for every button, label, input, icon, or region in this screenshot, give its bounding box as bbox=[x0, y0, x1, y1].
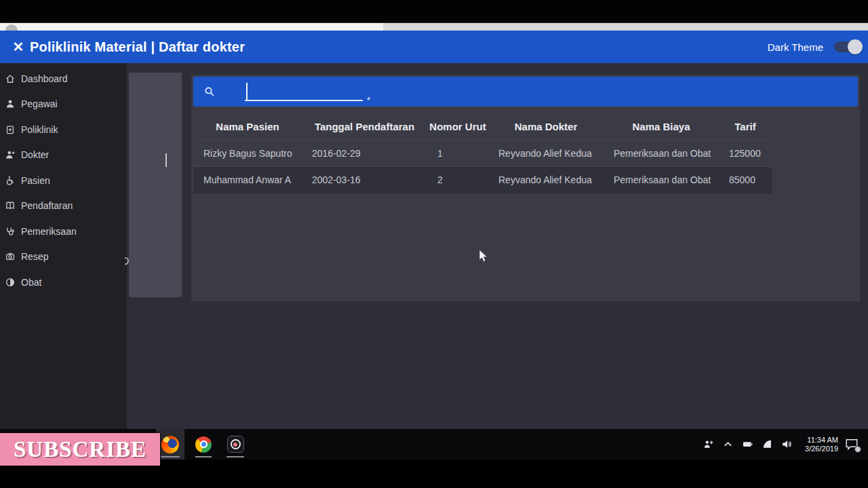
sidebar-item-label: Dashboard bbox=[21, 73, 68, 84]
browser-window-edge bbox=[0, 22, 868, 31]
search-bar: * bbox=[193, 77, 858, 107]
sidebar-item-label: Poliklinik bbox=[21, 124, 58, 135]
sidebar-item-pegawai[interactable]: Pegawai bbox=[0, 92, 127, 117]
sidebar-item-pasien[interactable]: Pasien bbox=[0, 168, 127, 193]
prescription-icon bbox=[5, 252, 15, 261]
doctor-icon bbox=[5, 150, 15, 159]
clinic-icon bbox=[5, 125, 15, 134]
cell-nama-pasien: Muhammad Anwar A bbox=[193, 166, 302, 193]
toggle-thumb-icon bbox=[848, 39, 863, 54]
sidebar-item-dashboard[interactable]: Dashboard bbox=[0, 66, 127, 92]
dark-theme-label: Dark Theme bbox=[768, 41, 823, 53]
partial-glyph bbox=[124, 256, 131, 265]
search-input[interactable]: * bbox=[215, 77, 858, 107]
app-open-indicator bbox=[226, 456, 244, 457]
medicine-icon bbox=[5, 278, 15, 287]
screen-recorder-icon bbox=[227, 436, 244, 453]
search-icon bbox=[204, 86, 215, 97]
cell-tarif: 125000 bbox=[719, 140, 772, 166]
cell-nomor-urut: 1 bbox=[427, 140, 488, 166]
header-right: Dark Theme bbox=[768, 41, 861, 53]
sidebar-item-dokter[interactable]: Dokter bbox=[0, 143, 127, 168]
sidebar-item-label: Pegawai bbox=[21, 98, 58, 109]
chrome-icon bbox=[195, 436, 212, 453]
drawer-panel bbox=[129, 73, 182, 297]
content-card: * Nama Pasien Tanggal Pendaftaran Nomor … bbox=[191, 75, 860, 301]
people-icon[interactable] bbox=[703, 439, 713, 449]
letterbox-top bbox=[0, 0, 868, 22]
battery-icon[interactable] bbox=[743, 439, 753, 449]
close-icon[interactable]: ✕ bbox=[7, 31, 30, 63]
taskbar-recorder-button[interactable] bbox=[221, 429, 250, 459]
notification-badge bbox=[854, 446, 861, 453]
dark-theme-toggle[interactable] bbox=[834, 41, 861, 52]
clock-time: 11:34 AM bbox=[805, 436, 838, 445]
column-header-nomor-urut: Nomor Urut bbox=[427, 114, 488, 140]
app-open-indicator bbox=[195, 456, 212, 457]
sidebar-item-label: Pendaftaran bbox=[21, 200, 73, 211]
sidebar-item-label: Pasien bbox=[21, 175, 50, 186]
input-caret bbox=[246, 83, 248, 100]
chevron-up-icon[interactable] bbox=[723, 439, 733, 449]
cell-nama-dokter: Reyvando Alief Kedua bbox=[488, 140, 604, 166]
sidebar-item-label: Obat bbox=[21, 277, 41, 288]
patient-icon bbox=[5, 176, 15, 185]
book-icon bbox=[5, 201, 15, 210]
subscribe-text: SUBSCRIBE bbox=[14, 437, 146, 462]
cell-tanggal-pendaftaran: 2002-03-16 bbox=[302, 166, 427, 193]
cell-tarif: 85000 bbox=[719, 166, 772, 193]
required-marker: * bbox=[367, 95, 370, 105]
cell-nama-biaya: Pemeriksaan dan Obat bbox=[604, 140, 719, 166]
table-row[interactable]: Rizky Bagus Saputro 2016-02-29 1 Reyvand… bbox=[193, 140, 772, 166]
sidebar-item-pendaftaran[interactable]: Pendaftaran bbox=[0, 193, 127, 219]
clock-date: 3/26/2019 bbox=[805, 445, 838, 453]
home-icon bbox=[5, 74, 15, 83]
registration-table: Nama Pasien Tanggal Pendaftaran Nomor Ur… bbox=[193, 114, 772, 193]
firefox-icon bbox=[161, 436, 179, 453]
column-header-tanggal-pendaftaran: Tanggal Pendaftaran bbox=[302, 114, 427, 140]
system-tray: 11:34 AM 3/26/2019 bbox=[698, 429, 868, 459]
app-body: Dashboard Pegawai Poliklinik Dokter Pasi… bbox=[0, 63, 868, 429]
sidebar-item-obat[interactable]: Obat bbox=[0, 269, 127, 295]
person-icon bbox=[5, 99, 15, 109]
page-title: Poliklinik Material | Daftar dokter bbox=[30, 39, 245, 55]
column-header-nama-dokter: Nama Dokter bbox=[488, 114, 604, 140]
table-header-row: Nama Pasien Tanggal Pendaftaran Nomor Ur… bbox=[193, 114, 772, 140]
screen: ✕ Poliklinik Material | Daftar dokter Da… bbox=[0, 0, 868, 488]
text-caret bbox=[165, 153, 167, 167]
table-row[interactable]: Muhammad Anwar A 2002-03-16 2 Reyvando A… bbox=[193, 166, 772, 193]
taskbar-apps bbox=[156, 429, 250, 459]
sidebar-item-label: Dokter bbox=[21, 149, 49, 160]
sidebar-item-poliklinik[interactable]: Poliklinik bbox=[0, 117, 127, 143]
network-icon[interactable] bbox=[762, 439, 772, 449]
sidebar-item-label: Resep bbox=[21, 251, 48, 262]
taskbar-firefox-button[interactable] bbox=[156, 429, 184, 459]
sidebar-item-label: Pemeriksaan bbox=[21, 226, 77, 237]
subscribe-watermark: SUBSCRIBE bbox=[0, 433, 160, 466]
column-header-tarif: Tarif bbox=[719, 114, 772, 140]
cell-nama-dokter: Reyvando Alief Kedua bbox=[488, 166, 604, 193]
input-underline bbox=[245, 100, 363, 101]
column-header-nama-pasien: Nama Pasien bbox=[193, 114, 302, 140]
app-open-indicator bbox=[161, 456, 180, 457]
cell-nomor-urut: 2 bbox=[427, 166, 488, 193]
sidebar-item-pemeriksaan[interactable]: Pemeriksaan bbox=[0, 219, 127, 244]
cell-nama-biaya: Pemeriksaan dan Obat bbox=[604, 166, 719, 193]
column-header-nama-biaya: Nama Biaya bbox=[604, 114, 719, 140]
cell-tanggal-pendaftaran: 2016-02-29 bbox=[302, 140, 427, 166]
sidebar: Dashboard Pegawai Poliklinik Dokter Pasi… bbox=[0, 63, 127, 429]
taskbar-clock[interactable]: 11:34 AM 3/26/2019 bbox=[805, 436, 838, 453]
cell-nama-pasien: Rizky Bagus Saputro bbox=[193, 140, 302, 166]
stethoscope-icon bbox=[5, 227, 15, 236]
taskbar-chrome-button[interactable] bbox=[189, 429, 218, 459]
volume-icon[interactable] bbox=[782, 439, 792, 449]
sidebar-item-resep[interactable]: Resep bbox=[0, 244, 127, 270]
notifications-icon[interactable] bbox=[845, 438, 859, 451]
app-header: ✕ Poliklinik Material | Daftar dokter Da… bbox=[0, 31, 868, 63]
